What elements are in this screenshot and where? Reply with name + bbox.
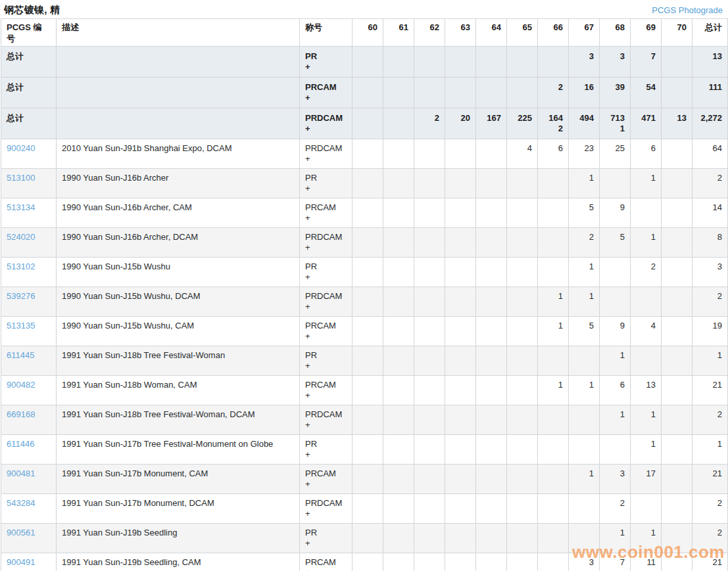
pcgs-number-link[interactable]: 539276	[7, 291, 35, 301]
table-row: 5131001990 Yuan Sun-J16b ArcherPR+112	[1, 169, 728, 198]
designation-cell: PRCAM+	[300, 198, 352, 228]
cell-grade-65	[507, 435, 538, 465]
grade-count: 1	[543, 320, 563, 331]
cell-grade-67	[569, 524, 600, 553]
summary-row: 总计PRCAM+2163954111	[1, 78, 728, 108]
designation-cell: PRCAM+	[300, 317, 352, 346]
cell-grade-68: 3	[600, 465, 631, 494]
cell-grade-61	[383, 465, 414, 494]
total-cell: 2	[692, 524, 728, 553]
pcgs-number-link[interactable]: 900491	[7, 557, 35, 567]
total-cell: 21	[692, 553, 728, 571]
pcgs-number-link[interactable]: 513102	[7, 262, 35, 271]
cell-grade-64	[476, 317, 507, 346]
cell-grade-61	[383, 287, 414, 317]
designation-label: PRDCAM	[305, 409, 347, 420]
cell-grade-70: 13	[662, 108, 692, 139]
cell-grade-64	[476, 287, 507, 317]
cell-grade-66	[538, 47, 569, 78]
grade-count: 6	[543, 143, 563, 154]
pcgs-number-link[interactable]: 513100	[7, 173, 35, 183]
cell-grade-69: 1	[631, 405, 662, 435]
cell-grade-68: 7	[600, 553, 631, 571]
cell-grade-65: 4	[507, 139, 538, 169]
header-grade-63: 63	[445, 19, 476, 47]
cell-grade-64	[476, 376, 507, 405]
grade-count: 494	[574, 112, 594, 124]
cell-grade-70	[662, 376, 692, 405]
total-cell: 2	[692, 169, 728, 198]
cell-grade-67: 1	[569, 169, 600, 198]
grade-count: 1	[543, 379, 563, 390]
cell-grade-65	[507, 405, 538, 435]
cell-grade-66: 1	[538, 317, 569, 346]
photograde-link[interactable]: PCGS Photograde	[652, 5, 723, 15]
cell-grade-67	[569, 346, 600, 376]
cell-grade-62	[414, 287, 445, 317]
grade-count: 9	[605, 320, 625, 331]
grade-count: 3	[574, 557, 594, 568]
pcgs-number-link[interactable]: 513135	[7, 321, 35, 331]
table-head: PCGS 编 号描述称号6061626364656667686970总计	[1, 19, 728, 47]
cell-grade-66	[538, 465, 569, 494]
designation-label: PRCAM	[305, 557, 347, 568]
cell-grade-69	[631, 494, 662, 524]
cell-grade-70	[662, 258, 692, 287]
cell-grade-64	[476, 524, 507, 553]
pcgs-number-link[interactable]: 524020	[7, 232, 35, 242]
cell-grade-66	[538, 258, 569, 287]
pcgs-number-link[interactable]: 513134	[7, 202, 35, 212]
cell-grade-65	[507, 524, 538, 553]
cell-grade-62	[414, 47, 445, 78]
grade-count: 16	[574, 81, 594, 93]
summary-label-cell: 总计	[1, 108, 57, 139]
cell-grade-63	[445, 78, 476, 108]
cell-grade-61	[383, 198, 414, 228]
cell-grade-61	[383, 494, 414, 524]
cell-grade-66: 1	[538, 287, 569, 317]
designation-label: PRCAM	[305, 379, 347, 390]
cell-grade-70	[662, 317, 692, 346]
description-cell: 2010 Yuan Sun-J91b Shanghai Expo, DCAM	[57, 139, 300, 169]
grade-count: 7	[636, 51, 656, 62]
cell-grade-63	[445, 346, 476, 376]
pcgs-number-link[interactable]: 611446	[7, 439, 34, 449]
designation-label: PRDCAM	[305, 497, 347, 509]
pcgs-number-link[interactable]: 900561	[7, 528, 35, 537]
designation-plus-label: +	[305, 479, 347, 490]
cell-grade-61	[383, 258, 414, 287]
cell-grade-62	[414, 346, 445, 376]
cell-grade-68: 1	[600, 346, 631, 376]
cell-grade-70	[662, 139, 692, 169]
cell-grade-61	[383, 435, 414, 465]
cell-grade-69: 54	[631, 78, 662, 108]
cell-grade-66	[538, 524, 569, 553]
header-grade-62: 62	[414, 19, 445, 47]
cell-grade-65	[507, 287, 538, 317]
table-row: 5131021990 Yuan Sun-J15b WushuPR+123	[1, 258, 728, 287]
pcgs-number-link[interactable]: 543284	[7, 498, 35, 508]
cell-grade-61	[383, 169, 414, 198]
grade-count: 164	[543, 112, 563, 124]
cell-grade-60	[352, 317, 383, 346]
cell-grade-67: 5	[569, 198, 600, 228]
header-grade-67: 67	[569, 19, 600, 47]
description-cell: 1991 Yuan Sun-J19b Seedling	[57, 524, 300, 553]
pcgs-number-link[interactable]: 900482	[7, 380, 35, 390]
pcgs-number-link[interactable]: 669168	[7, 409, 35, 419]
pcgs-number-cell: 513100	[1, 169, 57, 198]
cell-grade-60	[352, 78, 383, 108]
cell-grade-67: 5	[569, 317, 600, 346]
grade-count: 13	[636, 379, 656, 390]
grade-count: 6	[636, 143, 656, 154]
pcgs-number-link[interactable]: 900481	[7, 468, 35, 478]
cell-grade-60	[352, 346, 383, 376]
plus-grade-count: 2	[543, 124, 563, 134]
cell-grade-68: 25	[600, 139, 631, 169]
pcgs-number-link[interactable]: 900240	[7, 143, 35, 153]
table-row: 5131341990 Yuan Sun-J16b Archer, CAMPRCA…	[1, 198, 728, 228]
description-cell: 1991 Yuan Sun-J18b Woman, CAM	[57, 376, 300, 405]
pcgs-number-cell: 900491	[1, 553, 57, 571]
pcgs-number-link[interactable]: 611445	[7, 350, 34, 360]
description-cell: 1991 Yuan Sun-J17b Monument, CAM	[57, 465, 300, 494]
